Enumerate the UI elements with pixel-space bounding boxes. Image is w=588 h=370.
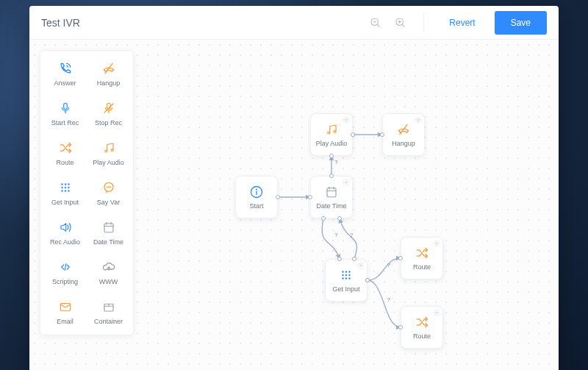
svg-point-16: [64, 183, 65, 185]
palette-item-label: Say Var: [97, 199, 120, 206]
svg-rect-42: [327, 188, 336, 197]
edge-label: ?: [387, 262, 391, 268]
zoom-out-button[interactable]: [368, 15, 384, 31]
port[interactable]: [321, 216, 326, 221]
svg-line-32: [65, 264, 66, 271]
canvas[interactable]: AnswerHangupStart RecStop RecRoutePlay A…: [29, 40, 559, 370]
node-route2[interactable]: Route: [401, 306, 443, 349]
dialpad-icon: [57, 179, 74, 196]
palette-item-hangup[interactable]: Hangup: [87, 54, 130, 93]
palette-item-container[interactable]: Container: [87, 292, 130, 332]
music-icon: [101, 140, 117, 156]
palette-item-playaudio[interactable]: Play Audio: [87, 133, 130, 173]
svg-point-22: [64, 190, 65, 191]
node-label: Route: [413, 332, 431, 340]
palette-item-sayvar[interactable]: Say Var: [87, 173, 130, 213]
palette-item-www[interactable]: WWW: [87, 252, 130, 292]
port[interactable]: [351, 132, 355, 137]
edge-getinput-datetime: [340, 218, 356, 259]
node-hangup[interactable]: Hangup: [382, 113, 425, 156]
port[interactable]: [380, 132, 384, 137]
svg-point-52: [342, 271, 343, 272]
svg-point-58: [342, 277, 343, 279]
shuffle-icon: [415, 315, 429, 330]
gear-icon[interactable]: [343, 116, 350, 124]
svg-line-1: [377, 24, 379, 26]
svg-point-51: [360, 265, 362, 267]
svg-point-57: [348, 274, 350, 276]
palette-item-label: WWW: [99, 278, 118, 285]
svg-point-59: [345, 277, 347, 279]
phone-off-icon: [396, 122, 411, 137]
node-playaudio[interactable]: Play Audio: [310, 113, 353, 156]
palette-item-label: Stop Rec: [95, 119, 122, 127]
node-getinput[interactable]: Get Input: [325, 259, 368, 302]
svg-point-48: [334, 131, 336, 133]
port[interactable]: [329, 154, 334, 158]
svg-point-41: [345, 182, 348, 184]
svg-point-46: [345, 119, 348, 121]
node-datetime[interactable]: Date Time: [310, 176, 353, 218]
mic-icon: [57, 100, 74, 116]
dialpad-icon: [339, 268, 354, 282]
port[interactable]: [276, 195, 280, 199]
svg-point-19: [64, 187, 65, 188]
palette-item-label: Answer: [54, 79, 76, 87]
palette-item-email[interactable]: Email: [43, 292, 87, 332]
port[interactable]: [365, 278, 370, 282]
svg-point-53: [345, 271, 347, 272]
revert-button[interactable]: Revert: [439, 12, 485, 34]
palette-item-getinput[interactable]: Get Input: [43, 173, 87, 213]
gear-icon[interactable]: [433, 240, 440, 247]
calendar-icon: [324, 185, 339, 199]
svg-point-54: [348, 271, 350, 272]
edge-label: ?: [334, 232, 338, 238]
port[interactable]: [337, 257, 342, 261]
mic-off-icon: [101, 100, 117, 116]
palette-item-stoprec[interactable]: Stop Rec: [87, 93, 130, 133]
palette-item-label: Date Time: [93, 238, 123, 246]
palette-item-recaudio[interactable]: Rec Audio: [43, 213, 87, 252]
node-label: Play Audio: [316, 140, 348, 147]
palette-item-answer[interactable]: Answer: [43, 54, 87, 93]
node-route1[interactable]: Route: [401, 237, 443, 280]
svg-point-62: [436, 312, 438, 314]
port[interactable]: [398, 325, 403, 330]
port[interactable]: [308, 195, 312, 199]
port[interactable]: [398, 256, 403, 260]
node-label: Date Time: [316, 202, 346, 210]
svg-point-26: [108, 187, 109, 188]
gear-icon[interactable]: [415, 116, 422, 124]
shuffle-icon: [57, 140, 74, 156]
node-palette: AnswerHangupStart RecStop RecRoutePlay A…: [40, 50, 134, 335]
palette-item-label: Hangup: [97, 79, 121, 87]
gear-icon[interactable]: [343, 179, 350, 186]
edge-label: ?: [350, 232, 354, 238]
palette-item-scripting[interactable]: Scripting: [43, 252, 87, 292]
svg-point-61: [436, 243, 438, 245]
gear-icon[interactable]: [357, 262, 365, 269]
port[interactable]: [329, 174, 334, 178]
svg-point-47: [328, 132, 330, 134]
edge-label: ?: [387, 296, 391, 303]
svg-line-4: [402, 24, 404, 26]
zoom-in-button[interactable]: [392, 15, 409, 31]
palette-item-datetime[interactable]: Date Time: [87, 213, 130, 252]
port[interactable]: [352, 257, 356, 261]
node-label: Hangup: [392, 140, 415, 147]
cloud-icon: [101, 259, 117, 275]
mail-icon: [57, 299, 74, 315]
node-label: Start: [249, 202, 263, 210]
speech-icon: [101, 179, 117, 196]
node-start[interactable]: Start: [235, 176, 278, 218]
edge-label: ?: [334, 159, 338, 166]
palette-item-route[interactable]: Route: [43, 133, 87, 173]
edge-getinput-route1: [368, 258, 401, 280]
port[interactable]: [337, 216, 342, 221]
save-button[interactable]: Save: [495, 11, 547, 35]
gear-icon[interactable]: [433, 309, 440, 316]
svg-point-17: [68, 183, 69, 185]
edge-datetime-getinput: [322, 218, 340, 259]
phone-incoming-icon: [57, 60, 74, 77]
palette-item-startrec[interactable]: Start Rec: [43, 93, 87, 133]
